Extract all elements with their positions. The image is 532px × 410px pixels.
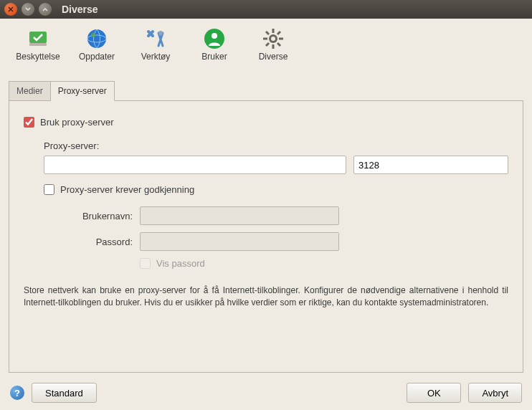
window-title: Diverse	[62, 4, 98, 15]
svg-point-2	[87, 29, 106, 48]
proxy-panel: Bruk proxy-server Proxy-server: Proxy-se…	[9, 100, 523, 373]
svg-point-7	[212, 33, 217, 39]
globe-icon	[85, 27, 108, 50]
window-close-button[interactable]	[4, 3, 17, 16]
svg-line-14	[277, 43, 280, 46]
proxy-auth-checkbox[interactable]	[44, 184, 54, 195]
cancel-button[interactable]: Avbryt	[468, 383, 522, 403]
toolbar-label: Verktøy	[141, 52, 171, 62]
use-proxy-checkbox[interactable]	[24, 117, 34, 128]
svg-point-5	[158, 31, 163, 35]
help-text: Store nettverk kan bruke en proxy-server…	[24, 285, 508, 310]
password-label: Passord:	[44, 237, 140, 247]
show-password-label: Vis passord	[156, 258, 205, 269]
toolbar-protection[interactable]: Beskyttelse	[11, 24, 65, 65]
toolbar-update[interactable]: Oppdater	[70, 24, 123, 65]
window-minimize-button[interactable]	[22, 3, 34, 16]
toolbar-label: Bruker	[201, 52, 227, 62]
proxy-host-input[interactable]	[44, 156, 346, 174]
svg-line-15	[277, 32, 280, 34]
proxy-auth-label: Proxy-server krever godkjenning	[60, 184, 194, 195]
svg-point-17	[271, 37, 275, 41]
person-icon	[203, 27, 226, 50]
toolbar: Beskyttelse Oppdater Verktøy Bruker Dive…	[0, 19, 532, 67]
toolbar-tools[interactable]: Verktøy	[129, 24, 182, 65]
help-icon[interactable]: ?	[10, 386, 24, 400]
svg-rect-1	[29, 43, 47, 46]
show-password-checkbox	[140, 258, 151, 269]
shield-check-icon	[27, 27, 49, 50]
titlebar: Diverse	[0, 0, 532, 19]
ok-button[interactable]: OK	[407, 383, 461, 403]
toolbar-diverse[interactable]: Diverse	[247, 24, 300, 65]
window-maximize-button[interactable]	[39, 3, 52, 16]
tab-bar: Medier Proxy-server	[9, 80, 523, 100]
proxy-port-input[interactable]	[353, 156, 508, 174]
standard-button[interactable]: Standard	[32, 383, 97, 403]
bottom-bar: ? Standard OK Avbryt	[0, 376, 532, 410]
gear-icon	[262, 27, 285, 50]
svg-line-13	[266, 32, 269, 34]
password-input[interactable]	[140, 232, 339, 251]
toolbar-label: Beskyttelse	[16, 52, 60, 62]
username-label: Brukernavn:	[44, 211, 140, 221]
proxy-server-label: Proxy-server:	[44, 140, 508, 151]
toolbar-label: Oppdater	[79, 52, 115, 62]
toolbar-label: Diverse	[259, 52, 288, 62]
svg-rect-0	[29, 32, 47, 43]
username-input[interactable]	[140, 206, 339, 225]
toolbar-user[interactable]: Bruker	[188, 24, 241, 65]
svg-line-16	[266, 43, 269, 46]
tab-medier[interactable]: Medier	[9, 81, 51, 101]
tab-proxy-server[interactable]: Proxy-server	[51, 81, 115, 101]
svg-point-4	[91, 33, 95, 37]
use-proxy-label: Bruk proxy-server	[40, 117, 114, 128]
tools-icon	[144, 27, 167, 50]
